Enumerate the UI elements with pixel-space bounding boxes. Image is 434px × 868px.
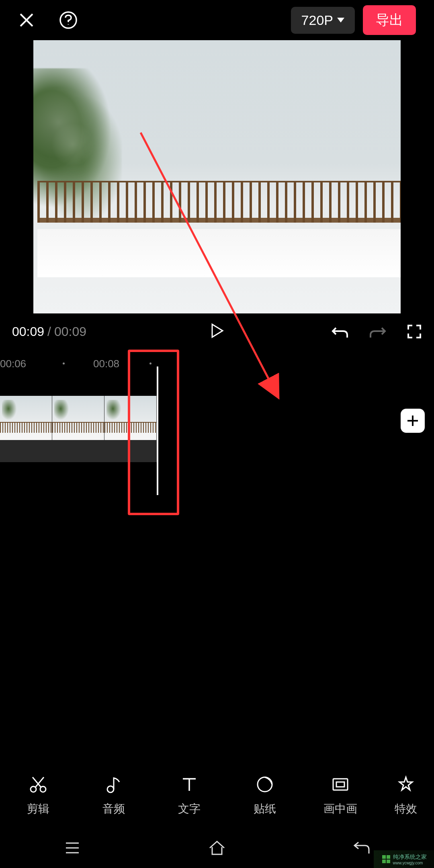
svg-point-5 (258, 777, 272, 792)
watermark-logo-icon (381, 854, 391, 864)
text-icon (180, 775, 199, 794)
tool-label: 特效 (395, 801, 417, 817)
video-preview[interactable] (0, 40, 434, 313)
tool-label: 画中画 (323, 801, 357, 817)
svg-rect-8 (382, 855, 386, 859)
menu-icon[interactable] (61, 837, 84, 859)
video-track[interactable] (0, 396, 434, 440)
help-icon[interactable] (59, 11, 78, 29)
fullscreen-button[interactable] (407, 324, 422, 339)
redo-button (369, 324, 387, 339)
add-clip-button[interactable] (401, 409, 425, 433)
svg-point-2 (31, 786, 36, 792)
tool-label: 文字 (178, 801, 201, 817)
playhead-highlight-annotation (128, 350, 179, 515)
tool-label: 贴纸 (254, 801, 276, 817)
bottom-toolbar: 剪辑 音频 文字 贴纸 画中画 特效 (0, 764, 434, 828)
clip-thumbnail[interactable] (0, 396, 52, 440)
watermark: 纯净系统之家 www.ycwgjy.com (374, 850, 434, 868)
playback-controls: 00:09 / 00:09 (0, 313, 434, 350)
timeline[interactable]: 00:06 00:08 (0, 354, 434, 526)
editor-header: 720P 导出 (0, 0, 434, 40)
plus-icon (406, 414, 420, 428)
tool-text[interactable]: 文字 (163, 775, 215, 817)
time-ruler: 00:06 00:08 (0, 354, 434, 374)
resolution-selector[interactable]: 720P (291, 7, 355, 34)
tool-label: 剪辑 (27, 801, 49, 817)
svg-point-4 (107, 786, 114, 792)
pip-icon (331, 775, 350, 794)
current-time: 00:09 (12, 324, 44, 339)
total-time: 00:09 (54, 324, 86, 339)
watermark-text: 纯净系统之家 (393, 854, 427, 861)
chevron-down-icon (337, 18, 344, 23)
svg-rect-6 (333, 779, 348, 790)
tool-edit[interactable]: 剪辑 (12, 775, 64, 817)
resolution-value: 720P (301, 12, 333, 28)
system-nav-bar (0, 828, 434, 868)
close-icon[interactable] (18, 12, 35, 29)
watermark-url: www.ycwgjy.com (393, 861, 427, 865)
svg-point-3 (40, 786, 46, 792)
svg-rect-11 (387, 860, 390, 863)
play-icon (210, 323, 224, 339)
back-icon[interactable] (350, 837, 373, 859)
undo-button[interactable] (331, 324, 349, 339)
tool-effects[interactable]: 特效 (390, 775, 422, 817)
svg-rect-7 (336, 782, 344, 787)
home-icon[interactable] (206, 837, 228, 859)
playhead[interactable] (157, 366, 158, 495)
export-button[interactable]: 导出 (363, 5, 416, 35)
svg-rect-10 (382, 860, 386, 863)
header-left (18, 11, 78, 29)
scissors-icon (29, 775, 48, 794)
music-note-icon (104, 775, 123, 794)
tool-label: 音频 (102, 801, 125, 817)
clip-thumbnail[interactable] (52, 396, 104, 440)
tool-audio[interactable]: 音频 (88, 775, 140, 817)
preview-frame (33, 40, 401, 313)
time-display: 00:09 / 00:09 (12, 324, 86, 339)
play-button[interactable] (210, 323, 224, 340)
ruler-tick: 00:08 (93, 358, 119, 370)
tool-pip[interactable]: 画中画 (314, 775, 366, 817)
ruler-tick: 00:06 (0, 358, 26, 370)
svg-rect-9 (387, 855, 390, 859)
header-right: 720P 导出 (291, 5, 416, 35)
effects-icon (396, 775, 416, 794)
tool-sticker[interactable]: 贴纸 (239, 775, 291, 817)
ruler-dot (63, 362, 65, 364)
sticker-icon (255, 775, 274, 794)
time-separator: / (47, 324, 51, 339)
export-label: 导出 (376, 12, 403, 27)
